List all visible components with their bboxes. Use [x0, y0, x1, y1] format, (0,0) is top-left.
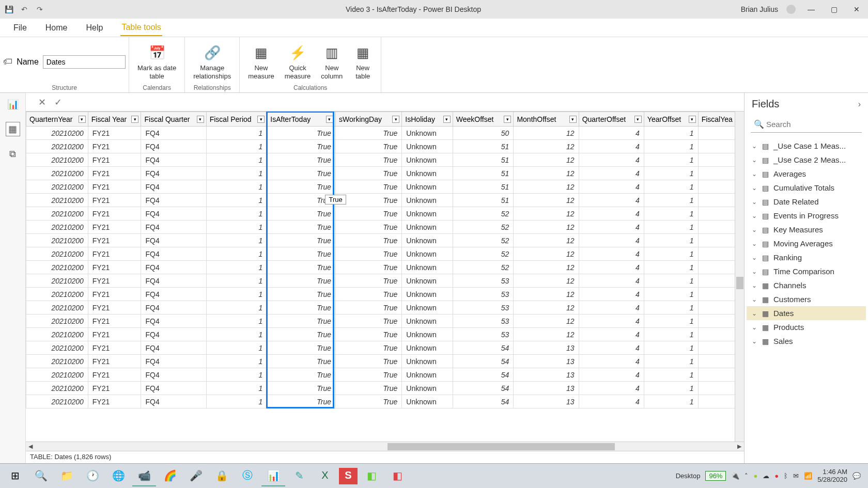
cell[interactable]: 13	[514, 382, 579, 395]
cell[interactable]: Unknown	[402, 341, 453, 355]
cell[interactable]: 1	[206, 355, 267, 368]
cell[interactable]: 54	[453, 341, 514, 355]
cell[interactable]: True	[335, 221, 401, 234]
cell[interactable]: Unknown	[402, 167, 453, 180]
data-view-icon[interactable]: ▦	[6, 122, 20, 136]
commit-formula-icon[interactable]: ✓	[54, 97, 62, 108]
cell[interactable]: FY21	[88, 288, 141, 301]
cell[interactable]: True	[267, 301, 336, 314]
cell[interactable]: 1	[644, 328, 698, 341]
taskbar-clock[interactable]: 1:46 AM 5/28/2020	[817, 468, 847, 483]
cell[interactable]: 4	[579, 328, 644, 341]
cell[interactable]: 12	[514, 207, 579, 221]
cell[interactable]: 12	[514, 153, 579, 167]
cell[interactable]: Unknown	[402, 301, 453, 314]
cell[interactable]: Unknown	[402, 395, 453, 408]
manage-relationships-button[interactable]: 🔗 Manage relationships	[190, 42, 234, 81]
battery-indicator[interactable]: 96%	[705, 471, 726, 481]
cell[interactable]: FQ4	[141, 274, 206, 288]
cell[interactable]: 54	[453, 382, 514, 395]
cell[interactable]: 1	[644, 341, 698, 355]
cell[interactable]: 20210200	[26, 368, 88, 382]
column-header-weekoffset[interactable]: WeekOffset▾	[453, 112, 514, 127]
cell[interactable]: FY21	[88, 382, 141, 395]
cell[interactable]	[698, 355, 738, 368]
field-item-products[interactable]: ⌄▦Products	[747, 320, 866, 334]
cell[interactable]: True	[335, 368, 401, 382]
cell[interactable]: True	[335, 395, 401, 408]
redo-icon[interactable]: ↷	[35, 5, 44, 14]
field-item-cumulative-totals[interactable]: ⌄▤Cumulative Totals	[747, 181, 866, 195]
cell[interactable]: FQ4	[141, 341, 206, 355]
cell[interactable]: 1	[206, 153, 267, 167]
cell[interactable]: 13	[514, 395, 579, 408]
cell[interactable]: 20210200	[26, 140, 88, 153]
cell[interactable]	[698, 395, 738, 408]
cell[interactable]: 4	[579, 167, 644, 180]
cell[interactable]: True	[335, 288, 401, 301]
cell[interactable]	[698, 207, 738, 221]
cell[interactable]: FQ4	[141, 234, 206, 247]
cell[interactable]: FY21	[88, 328, 141, 341]
cell[interactable]	[698, 234, 738, 247]
cell[interactable]: 1	[206, 140, 267, 153]
cell[interactable]: Unknown	[402, 382, 453, 395]
collapse-fields-icon[interactable]: ›	[858, 100, 861, 109]
column-header-isworkingday[interactable]: sWorkingDay▾	[335, 112, 401, 127]
cell[interactable]	[698, 301, 738, 314]
cell[interactable]: Unknown	[402, 274, 453, 288]
new-measure-button[interactable]: ▦ New measure	[245, 42, 277, 81]
cell[interactable]: FY21	[88, 314, 141, 328]
cell[interactable]: 4	[579, 395, 644, 408]
cell[interactable]: Unknown	[402, 127, 453, 140]
cell[interactable]: Unknown	[402, 261, 453, 274]
cell[interactable]: 50	[453, 127, 514, 140]
cell[interactable]	[698, 341, 738, 355]
cell[interactable]	[698, 180, 738, 194]
cell[interactable]: FQ4	[141, 382, 206, 395]
cell[interactable]: 1	[644, 288, 698, 301]
cell[interactable]: 1	[644, 314, 698, 328]
field-item-date-related[interactable]: ⌄▤Date Related	[747, 195, 866, 209]
cell[interactable]: FY21	[88, 221, 141, 234]
cell[interactable]: FY21	[88, 140, 141, 153]
cell[interactable]: True	[267, 140, 336, 153]
cell[interactable]: FQ4	[141, 261, 206, 274]
skype-app-icon[interactable]: Ⓢ	[236, 466, 259, 486]
cell[interactable]: 51	[453, 153, 514, 167]
cell[interactable]: 12	[514, 167, 579, 180]
cell[interactable]: True	[267, 153, 336, 167]
cell[interactable]: 4	[579, 274, 644, 288]
cell[interactable]: 1	[206, 180, 267, 194]
cell[interactable]: FQ4	[141, 395, 206, 408]
field-item-moving-averages[interactable]: ⌄▤Moving Averages	[747, 237, 866, 250]
new-table-button[interactable]: ▦ New table	[350, 42, 376, 81]
tray-cloud-icon[interactable]: ☁	[763, 472, 769, 480]
cell[interactable]	[698, 328, 738, 341]
cell[interactable]: 20210200	[26, 247, 88, 261]
field-item--use-case-1-meas-[interactable]: ⌄▤_Use Case 1 Meas...	[747, 139, 866, 153]
cell[interactable]: 4	[579, 221, 644, 234]
cell[interactable]: True	[267, 261, 336, 274]
cell[interactable]: FQ4	[141, 328, 206, 341]
cell[interactable]: 1	[644, 234, 698, 247]
cell[interactable]: Unknown	[402, 180, 453, 194]
cell[interactable]: 4	[579, 314, 644, 328]
cell[interactable]	[698, 274, 738, 288]
cell[interactable]: Unknown	[402, 314, 453, 328]
cell[interactable]: 20210200	[26, 194, 88, 207]
cell[interactable]: 51	[453, 140, 514, 153]
cell[interactable]	[698, 167, 738, 180]
cell[interactable]: 52	[453, 261, 514, 274]
cell[interactable]: True	[335, 234, 401, 247]
mark-as-date-table-button[interactable]: 📅 Mark as date table	[134, 42, 179, 81]
cell[interactable]: 1	[206, 328, 267, 341]
cell[interactable]: True	[267, 194, 336, 207]
cell[interactable]: True	[335, 341, 401, 355]
user-avatar-icon[interactable]	[786, 5, 796, 14]
cell[interactable]: 12	[514, 247, 579, 261]
cell[interactable]: Unknown	[402, 234, 453, 247]
cell[interactable]: 20210200	[26, 167, 88, 180]
cell[interactable]: FQ4	[141, 207, 206, 221]
cell[interactable]	[698, 153, 738, 167]
